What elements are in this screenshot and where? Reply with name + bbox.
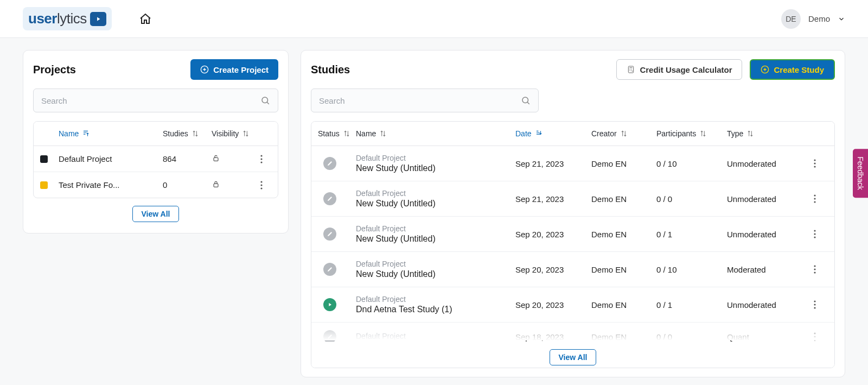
feedback-tab[interactable]: Feedback (853, 149, 868, 197)
row-menu-icon[interactable] (814, 300, 816, 309)
table-row[interactable]: Default ProjectNew Study (Untitled)Sep 2… (311, 217, 834, 252)
logo-lytics-text: lytics (57, 10, 87, 27)
study-title: New Study (Untitled) (356, 269, 515, 279)
svg-point-21 (814, 236, 815, 238)
credit-calc-label: Credit Usage Calculator (640, 65, 732, 74)
col-creator[interactable]: Creator (591, 129, 656, 138)
projects-search[interactable] (33, 89, 278, 112)
study-type: Moderated (727, 265, 814, 274)
study-participants: 0 / 10 (656, 159, 727, 168)
svg-point-5 (260, 161, 262, 163)
svg-rect-6 (214, 184, 218, 187)
svg-point-26 (814, 304, 815, 305)
sort-icon (192, 130, 199, 137)
projects-view-all-button[interactable]: View All (132, 206, 180, 222)
draft-icon (327, 231, 333, 237)
row-menu-icon[interactable] (814, 230, 816, 238)
study-title: New Study (Untitled) (356, 234, 515, 244)
sort-icon (699, 130, 707, 137)
study-creator: Demo EN (591, 300, 656, 310)
table-row[interactable]: Default ProjectNew Study (Untitled)Sep 2… (311, 252, 834, 287)
study-participants: 0 / 1 (656, 230, 727, 239)
table-row[interactable]: Default ProjectDnd Aetna Test Study (1)S… (311, 287, 834, 323)
play-icon (327, 302, 333, 307)
project-visibility (212, 154, 260, 164)
user-menu[interactable]: DE Demo (781, 9, 845, 29)
col-status[interactable]: Status (318, 129, 356, 138)
table-row[interactable]: Default ProjectSep 18, 2023Demo EN0 / 0Q… (311, 323, 834, 342)
project-name: Test Private Fo... (59, 180, 163, 190)
study-participants: 0 / 0 (656, 194, 727, 204)
studies-table-header: Status Name Date Creator Participants (311, 122, 834, 146)
project-studies-count: 864 (163, 154, 212, 163)
svg-point-13 (814, 159, 815, 161)
status-badge (323, 192, 336, 205)
logo-play-icon (90, 12, 106, 26)
create-project-button[interactable]: Create Project (190, 59, 278, 80)
sort-icon (379, 130, 387, 137)
main: Projects Create Project Name Studies (0, 38, 868, 385)
svg-point-4 (260, 158, 262, 160)
studies-view-all-button[interactable]: View All (550, 349, 597, 365)
status-badge (323, 157, 336, 170)
study-type: Quant (727, 332, 814, 342)
sort-asc-icon (82, 130, 90, 137)
svg-point-1 (262, 97, 268, 103)
studies-search[interactable] (311, 89, 539, 112)
credit-usage-calculator-button[interactable]: Credit Usage Calculator (616, 59, 742, 80)
svg-point-19 (814, 230, 815, 231)
col-visibility[interactable]: Visibility (212, 129, 260, 138)
row-menu-icon[interactable] (260, 181, 263, 190)
home-icon[interactable] (139, 12, 152, 26)
logo[interactable]: userlytics (23, 7, 112, 30)
table-row[interactable]: Default ProjectNew Study (Untitled)Sep 2… (311, 146, 834, 181)
chevron-down-icon (838, 15, 845, 23)
project-color-dot (40, 155, 48, 163)
study-project: Default Project (356, 332, 515, 340)
svg-point-29 (814, 336, 815, 337)
status-badge (323, 330, 336, 342)
col-type[interactable]: Type (727, 129, 814, 138)
studies-search-input[interactable] (319, 96, 516, 105)
table-row[interactable]: Test Private Fo...0 (34, 172, 278, 198)
svg-rect-2 (214, 157, 218, 161)
table-row[interactable]: Default ProjectNew Study (Untitled)Sep 2… (311, 181, 834, 217)
table-row[interactable]: Default Project864 (34, 146, 278, 172)
svg-point-9 (260, 187, 262, 189)
row-menu-icon[interactable] (814, 159, 816, 168)
svg-point-28 (814, 332, 815, 334)
row-menu-icon[interactable] (814, 332, 816, 341)
sort-icon (620, 130, 628, 137)
projects-search-input[interactable] (41, 96, 256, 105)
sort-icon (343, 130, 350, 137)
study-project: Default Project (356, 260, 515, 268)
row-menu-icon[interactable] (814, 194, 816, 203)
create-study-label: Create Study (774, 65, 824, 74)
col-participants[interactable]: Participants (656, 129, 727, 138)
study-creator: Demo EN (591, 332, 656, 342)
create-study-button[interactable]: Create Study (750, 59, 835, 80)
study-name-cell: Default ProjectDnd Aetna Test Study (1) (356, 295, 515, 314)
svg-point-22 (814, 265, 815, 267)
col-date[interactable]: Date (515, 129, 591, 138)
user-name: Demo (808, 14, 830, 23)
svg-point-25 (814, 300, 815, 302)
project-color-dot (40, 181, 48, 189)
svg-point-18 (814, 201, 815, 203)
header: userlytics DE Demo (0, 0, 868, 38)
study-title: Dnd Aetna Test Study (1) (356, 305, 515, 314)
plus-circle-icon (200, 65, 209, 74)
col-study-name[interactable]: Name (356, 129, 515, 138)
svg-point-12 (522, 97, 528, 103)
study-name-cell: Default ProjectNew Study (Untitled) (356, 154, 515, 173)
study-participants: 0 / 1 (656, 300, 727, 310)
col-name[interactable]: Name (59, 129, 163, 138)
study-creator: Demo EN (591, 230, 656, 239)
calculator-icon (627, 65, 635, 74)
svg-point-17 (814, 198, 815, 199)
col-studies[interactable]: Studies (163, 129, 212, 138)
status-badge (323, 263, 336, 276)
sort-icon (242, 130, 250, 137)
row-menu-icon[interactable] (814, 265, 816, 274)
row-menu-icon[interactable] (260, 155, 263, 163)
